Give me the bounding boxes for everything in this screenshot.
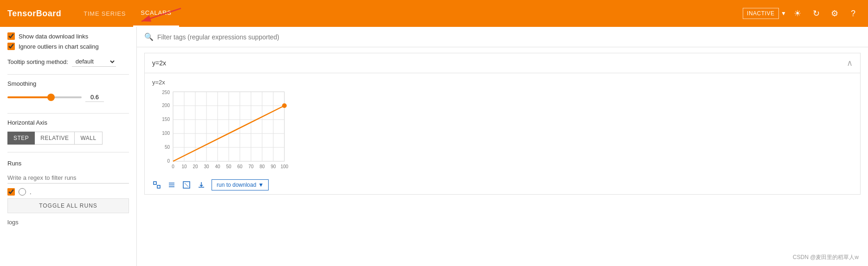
expand-chart-btn[interactable] xyxy=(152,180,161,190)
status-select[interactable]: INACTIVE ACTIVE xyxy=(743,8,779,19)
smoothing-value-input[interactable] xyxy=(85,93,104,102)
resize-chart-btn[interactable] xyxy=(182,180,191,190)
svg-text:0: 0 xyxy=(167,158,170,164)
brightness-icon[interactable]: ☀ xyxy=(790,6,805,21)
logs-label: logs xyxy=(7,219,129,226)
collapse-icon[interactable]: ∧ xyxy=(847,58,853,68)
axis-relative-btn[interactable]: RELATIVE xyxy=(35,132,75,145)
svg-point-38 xyxy=(282,103,287,108)
svg-text:40: 40 xyxy=(215,164,220,169)
svg-text:200: 200 xyxy=(162,103,170,108)
ignore-outliers-label: Ignore outliers in chart scaling xyxy=(19,43,99,50)
runs-title: Runs xyxy=(7,160,129,167)
nav-time-series[interactable]: TIME SERIES xyxy=(76,0,133,27)
svg-text:10: 10 xyxy=(181,164,187,169)
slider-row xyxy=(7,93,129,102)
run-row: . xyxy=(7,188,129,196)
svg-text:100: 100 xyxy=(162,131,170,136)
axis-section: Horizontal Axis STEP RELATIVE WALL xyxy=(7,119,129,145)
svg-text:250: 250 xyxy=(162,90,170,95)
chart-subtitle: y=2x xyxy=(152,79,165,86)
smoothing-slider[interactable] xyxy=(7,96,82,98)
svg-rect-39 xyxy=(154,182,156,184)
nav-scalars[interactable]: SCALARS xyxy=(133,0,179,27)
sidebar: Show data download links Ignore outliers… xyxy=(0,27,137,266)
footer-watermark: CSDN @麦田里的稻草人w xyxy=(793,253,859,261)
download-label: run to download xyxy=(217,182,256,188)
svg-text:30: 30 xyxy=(204,164,209,169)
status-selector[interactable]: INACTIVE ACTIVE ▼ xyxy=(743,8,786,19)
run-checkbox[interactable] xyxy=(7,188,15,196)
download-chart-btn[interactable] xyxy=(197,180,206,190)
download-section: run to download ▼ xyxy=(212,179,269,190)
runs-filter-input[interactable] xyxy=(7,172,129,184)
list-chart-btn[interactable] xyxy=(167,180,176,190)
run-radio[interactable] xyxy=(19,188,26,196)
download-select-btn[interactable]: run to download ▼ xyxy=(212,179,269,190)
chart-body: y=2x xyxy=(145,73,860,194)
search-icon: 🔍 xyxy=(144,32,154,41)
tooltip-label: Tooltip sorting method: xyxy=(7,58,68,65)
show-download-row: Show data download links xyxy=(7,32,129,40)
svg-text:70: 70 xyxy=(248,164,254,169)
toggle-all-button[interactable]: TOGGLE ALL RUNS xyxy=(7,198,129,213)
svg-text:80: 80 xyxy=(259,164,265,169)
chart-svg: 0 50 100 150 200 250 0 10 20 30 40 xyxy=(152,89,289,175)
runs-section: Runs . xyxy=(7,160,129,198)
header-right: INACTIVE ACTIVE ▼ ☀ ↻ ⚙ ? xyxy=(743,6,861,21)
ignore-outliers-row: Ignore outliers in chart scaling xyxy=(7,43,129,50)
ignore-outliers-checkbox[interactable] xyxy=(7,43,15,50)
filter-bar: 🔍 xyxy=(137,27,868,47)
header: TensorBoard TIME SERIES SCALARS INACTIVE… xyxy=(0,0,868,27)
axis-buttons: STEP RELATIVE WALL xyxy=(7,132,129,145)
chart-svg-wrapper: 0 50 100 150 200 250 0 10 20 30 40 xyxy=(152,89,289,177)
divider-2 xyxy=(7,113,129,114)
axis-step-btn[interactable]: STEP xyxy=(7,132,35,145)
main-layout: Show data download links Ignore outliers… xyxy=(0,27,868,266)
show-download-label: Show data download links xyxy=(19,33,88,40)
svg-text:0: 0 xyxy=(172,164,174,169)
tooltip-select[interactable]: default ascending descending nearest xyxy=(72,57,116,67)
divider-1 xyxy=(7,74,129,75)
smoothing-section: Smoothing xyxy=(7,80,129,104)
smoothing-title: Smoothing xyxy=(7,80,129,87)
svg-line-45 xyxy=(185,183,188,187)
svg-text:90: 90 xyxy=(270,164,276,169)
svg-text:20: 20 xyxy=(193,164,198,169)
help-icon[interactable]: ? xyxy=(846,6,861,21)
logo: TensorBoard xyxy=(7,9,61,19)
show-download-checkbox[interactable] xyxy=(7,32,15,40)
tooltip-row: Tooltip sorting method: default ascendin… xyxy=(7,57,129,67)
svg-text:150: 150 xyxy=(162,117,170,122)
svg-text:60: 60 xyxy=(237,164,243,169)
download-chevron: ▼ xyxy=(258,182,264,188)
main-content: 🔍 y=2x ∧ y=2x xyxy=(137,27,868,266)
charts-area: y=2x ∧ y=2x xyxy=(137,47,868,266)
svg-text:50: 50 xyxy=(226,164,231,169)
svg-text:100: 100 xyxy=(281,164,289,169)
nav: TIME SERIES SCALARS xyxy=(76,0,179,27)
chart-card-title: y=2x xyxy=(152,59,166,67)
checkboxes-section: Show data download links Ignore outliers… xyxy=(7,32,129,53)
svg-rect-40 xyxy=(157,185,160,188)
svg-text:50: 50 xyxy=(165,145,170,150)
axis-title: Horizontal Axis xyxy=(7,119,129,126)
run-label: . xyxy=(30,189,32,196)
refresh-icon[interactable]: ↻ xyxy=(809,6,823,21)
settings-icon[interactable]: ⚙ xyxy=(827,6,842,21)
chart-card-header: y=2x ∧ xyxy=(145,53,860,73)
chart-card: y=2x ∧ y=2x xyxy=(144,53,861,195)
divider-3 xyxy=(7,152,129,152)
filter-input[interactable] xyxy=(157,33,861,41)
chart-toolbar: run to download ▼ xyxy=(152,177,269,190)
axis-wall-btn[interactable]: WALL xyxy=(75,132,102,145)
